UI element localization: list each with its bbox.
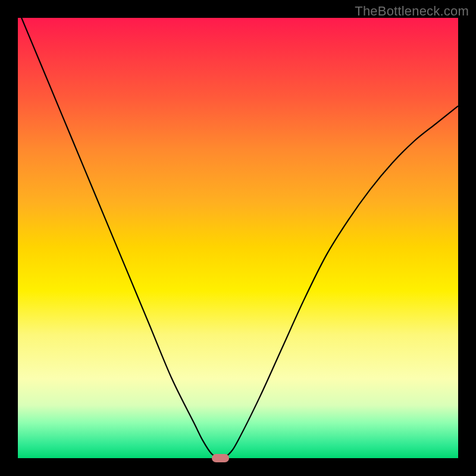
plot-area bbox=[18, 18, 458, 458]
bottleneck-curve bbox=[18, 18, 458, 458]
optimal-point-marker bbox=[212, 454, 230, 463]
chart-frame: TheBottleneck.com bbox=[0, 0, 476, 476]
watermark-text: TheBottleneck.com bbox=[355, 4, 469, 19]
